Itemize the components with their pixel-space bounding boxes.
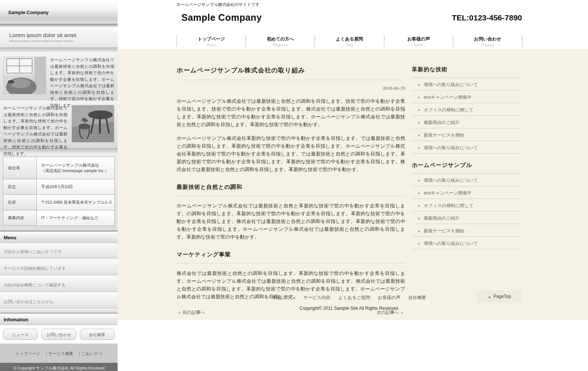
sidebar-link[interactable]: »最新商品のご紹介 <box>412 211 522 224</box>
menu-item-service[interactable]: サービスの詳細を解説しています <box>0 260 118 276</box>
sidebar-link[interactable]: »環境への取り組みについて <box>412 174 522 186</box>
sidebar-link[interactable]: »ecoキャンペーン開催中 <box>412 91 522 103</box>
sidebar-link-label: 環境への取り組みについて <box>424 82 478 87</box>
spacer <box>0 310 118 313</box>
nav-label: お問い合わせ <box>453 36 522 42</box>
row-value: ホームページサンプル株式会社 （英語表記 Homepage sample Inc… <box>37 157 115 179</box>
content-area: ホームページサンプル株式会社の取り組み 2010-06-29 ホームページサンプ… <box>118 49 588 320</box>
mobile-hero: Lorem ipsum dolor sit amet Mauris volutp… <box>0 27 118 47</box>
double-arrow-icon: » <box>418 108 420 112</box>
nav-item-voice[interactable]: お客様の声 Voice <box>384 36 453 47</box>
news-button[interactable]: ニュース <box>3 329 38 340</box>
company-button[interactable]: 会社概要 <box>80 329 115 340</box>
about-block-2: ホームページサンプル株式会社では最新技術と自然との調和を目指します。革新的な技術… <box>0 100 118 148</box>
footer-link-faq[interactable]: よくあるご質問 <box>338 295 370 300</box>
article-date: 2010-06-29 <box>177 85 405 91</box>
sidebar-link-label: オフィスの移転に関して <box>424 203 473 208</box>
double-arrow-icon: » <box>418 191 420 195</box>
table-row: 住所 〒012-3456 見本県見本市サンプル1−2 <box>3 195 115 210</box>
footnav-greeting-link[interactable]: ｜ごあいさつ <box>77 351 102 356</box>
menu-heading: Menu <box>0 231 118 243</box>
row-label: 住所 <box>3 195 37 210</box>
double-arrow-icon: » <box>418 241 420 246</box>
menu-item-company[interactable]: 当社の会社概要について確認する <box>0 276 118 293</box>
nav-label: お客様の声 <box>384 36 453 42</box>
sidebar-link-label: 環境への取り組みについて <box>424 241 478 246</box>
nav-item-faq[interactable]: よくある質問 FAQ <box>315 36 384 47</box>
sidebar-link[interactable]: »環境への取り組みについて <box>412 141 522 154</box>
sidebar-link[interactable]: »オフィスの移転に関して <box>412 103 522 116</box>
sidebar-link[interactable]: »最新商品のご紹介 <box>412 116 522 128</box>
desktop-site: ホームページサンプル株式会社のサイトです Sample Company TEL:… <box>118 0 588 371</box>
sidebar-link[interactable]: »環境への取り組みについて <box>412 78 522 91</box>
nav-item-home[interactable]: トップページ Home <box>177 36 246 47</box>
sidebar-link-label: 最新商品のご紹介 <box>424 216 460 221</box>
site-tagline: ホームページサンプル株式会社のサイトです <box>177 2 260 7</box>
mobile-preview-panel: Sample Company Lorem ipsum dolor sit ame… <box>0 0 118 371</box>
article-paragraph: ホームページサンプル株式会社では最新技術と自然との調和を目指します。技術で世の中… <box>177 97 405 128</box>
infomation-buttons: ニュース お問い合わせ 会社概要 <box>0 325 118 344</box>
row-label: 事業内容 <box>3 210 37 226</box>
nav-sublabel: Home <box>177 43 246 47</box>
footer-link-price[interactable]: 料金プラン <box>273 295 295 300</box>
hero-subtitle: Mauris volutpat, mauris tristique tincid… <box>9 39 118 43</box>
interior-chair-photo <box>3 57 46 94</box>
nav-item-beginner[interactable]: 初めての方へ Beginner <box>246 36 315 47</box>
footer-link-voice[interactable]: お客様の声 <box>378 295 401 300</box>
footnav-top-link[interactable]: トップページ <box>15 351 40 356</box>
company-name-line2: （英語表記 Homepage sample Inc.） <box>41 168 112 174</box>
news-sidebar: 革新的な技術 »環境への取り組みについて »ecoキャンペーン開催中 »オフィス… <box>412 49 522 249</box>
sidebar-link-label: 新規サービスを開始 <box>424 228 464 233</box>
double-arrow-icon: » <box>418 145 420 150</box>
table-row: 事業内容 IT・マーケティング・福祉など <box>3 210 115 226</box>
sidebar-link-label: 環境への取り組みについて <box>424 178 478 183</box>
footer-links: 料金プラン サービス内容 よくあるご質問 お客様の声 会社概要 <box>177 295 522 301</box>
double-arrow-icon: » <box>418 120 420 125</box>
about-block-1: ホームページサンプル株式会社では最新技術と自然との調和を目指します。革新的な技術… <box>0 52 118 100</box>
phone-number: TEL:0123-456-7890 <box>177 13 522 22</box>
double-arrow-icon: » <box>418 178 420 183</box>
sidebar-link-label: 最新商品のご紹介 <box>424 120 460 125</box>
nav-item-contact[interactable]: お問い合わせ Contact <box>453 36 522 47</box>
section-divider <box>0 47 118 52</box>
site-header: ホームページサンプル株式会社のサイトです Sample Company TEL:… <box>118 0 588 49</box>
sidebar-link[interactable]: »環境への取り組みについて <box>412 237 522 249</box>
footer-link-service[interactable]: サービス内容 <box>303 295 331 300</box>
sidebar-link[interactable]: »ecoキャンペーン開催中 <box>412 186 522 199</box>
sidebar-link-label: ecoキャンペーン開催中 <box>424 95 472 100</box>
nav-sublabel: FAQ <box>315 43 384 47</box>
sidebar-link[interactable]: »新規サービスを開始 <box>412 128 522 141</box>
footnav-service-link[interactable]: ｜サービス概要 <box>45 351 73 356</box>
main-nav: トップページ Home 初めての方へ Beginner よくある質問 FAQ お… <box>177 36 522 47</box>
menu-item-contact[interactable]: お問い合わせはこちらから <box>0 293 118 310</box>
sidebar-link-label: 新規サービスを開始 <box>424 132 464 138</box>
sidebar-link-label: ecoキャンペーン開催中 <box>424 190 472 196</box>
sidebar-link[interactable]: »オフィスの移転に関して <box>412 199 522 211</box>
article-paragraph: ホームページサンプル株式会社革新的な技術で世の中を動かす企業を目指します。では最… <box>177 134 405 173</box>
contact-button[interactable]: お問い合わせ <box>41 329 76 340</box>
pagetop-button[interactable]: ▲PageTop <box>477 290 522 303</box>
company-info-table: 会社名 ホームページサンプル株式会社 （英語表記 Homepage sample… <box>0 153 118 231</box>
nav-sublabel: Voice <box>384 43 453 47</box>
table-row: 会社名 ホームページサンプル株式会社 （英語表記 Homepage sample… <box>3 157 115 179</box>
sidebar-heading-tech: 革新的な技術 <box>412 66 522 78</box>
row-value: IT・マーケティング・福祉など <box>37 210 115 226</box>
sidebar-link[interactable]: »新規サービスを開始 <box>412 224 522 237</box>
menu-item-greeting[interactable]: 当社から皆様へごあいさつです <box>0 243 118 260</box>
row-label: 会社名 <box>3 157 37 179</box>
nav-label: トップページ <box>177 36 246 42</box>
row-value: 〒012-3456 見本県見本市サンプル1−2 <box>37 195 115 210</box>
about-text-2: ホームページサンプル株式会社では最新技術と自然との調和を目指します。革新的な技術… <box>3 105 68 148</box>
article-title: ホームページサンプル株式会社の取り組み <box>177 66 405 80</box>
nav-sublabel: Contact <box>453 43 522 47</box>
section-heading-harmony: 最新技術と自然との調和 <box>177 184 405 196</box>
double-arrow-icon: » <box>418 82 420 87</box>
sidebar-heading-sample: ホームページサンプル <box>412 162 522 174</box>
sidebar-link-label: 環境への取り組みについて <box>424 145 478 150</box>
nav-label: 初めての方へ <box>246 36 315 42</box>
row-value: 平成10年1月10日 <box>37 179 115 195</box>
footer-link-company[interactable]: 会社概要 <box>408 295 426 300</box>
site-copyright: Copyright© 2011 Sample Site All Rights R… <box>177 306 522 311</box>
mobile-brand: Sample Company <box>0 0 118 24</box>
article: ホームページサンプル株式会社の取り組み 2010-06-29 ホームページサンプ… <box>177 49 405 316</box>
